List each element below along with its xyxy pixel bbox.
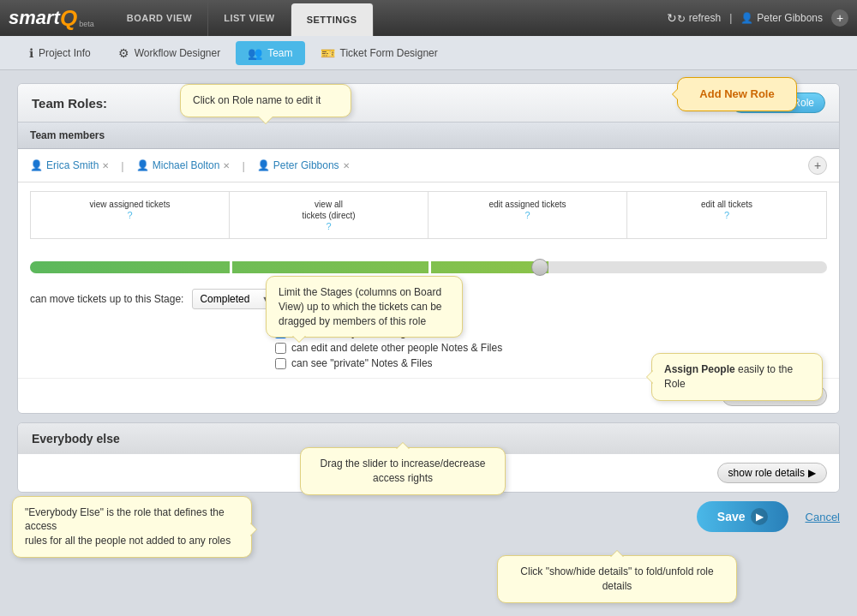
tooltip-assign-people: Assign People easily to the Role (651, 353, 823, 401)
tooltip-everybody-else-text: "Everybody Else" is the role that define… (25, 506, 231, 547)
tooltip-role-name-edit: Click on Role name to edit it (180, 84, 351, 117)
perm-label-view-all: view alltickets (direct) (237, 199, 421, 221)
show-details-label: show role details (728, 467, 805, 479)
tab-settings[interactable]: SETTINGS (291, 3, 374, 36)
member-chip-michael[interactable]: 👤 Michael Bolton ✕ (136, 159, 231, 171)
tooltip-everybody-else: "Everybody Else" is the role that define… (12, 496, 252, 558)
top-right-actions: ↻ refresh | 👤 Peter Gibbons + (667, 9, 848, 27)
refresh-label: refresh (689, 12, 721, 24)
sub-nav-label-ticket: Ticket Form Designer (340, 47, 438, 59)
slider-fill (30, 261, 548, 273)
member-icon-michael: 👤 (136, 159, 149, 171)
tooltip-limit-stages: Limit the Stages (columns on BoardView) … (266, 276, 463, 338)
sub-nav-label-team: Team (267, 47, 292, 59)
tooltip-drag-slider-text: Drag the slider to increase/decrease acc… (321, 458, 486, 484)
permission-slider-track[interactable] (30, 261, 827, 273)
top-nav-tabs: BOARD VIEW LIST VIEW SETTINGS (111, 0, 667, 36)
perm-help-view-assigned[interactable]: ? (127, 210, 132, 220)
sub-nav-label-workflow: Workflow Designer (135, 47, 220, 59)
perm-label-edit-assigned: edit assigned tickets (435, 199, 620, 210)
member-chip-erica[interactable]: 👤 Erica Smith ✕ (30, 159, 109, 171)
show-role-details-button[interactable]: show role details ▶ (717, 463, 827, 483)
sub-nav-label-project-info: Project Info (39, 47, 91, 59)
logo-q: Q (60, 5, 77, 32)
tooltip-role-name-text: Click on Role name to edit it (193, 94, 321, 106)
refresh-icon: ↻ (667, 11, 686, 25)
info-icon: ℹ (29, 46, 33, 60)
perm-col-view-assigned: view assigned tickets ? (31, 192, 230, 238)
tooltip-add-new-role: Add New Role (677, 77, 797, 111)
logo-beta: beta (79, 20, 94, 28)
panel-title: Team Roles: (32, 96, 107, 111)
chevron-right-icon-2: ▶ (808, 467, 816, 479)
sidebar-item-project-info[interactable]: ℹ Project Info (17, 41, 103, 65)
member-name-peter: Peter Gibbons (273, 159, 339, 171)
add-member-button[interactable]: + (808, 156, 827, 175)
everybody-else-title: Everybody else (32, 432, 120, 446)
tab-board-view[interactable]: BOARD VIEW (111, 0, 209, 36)
tooltip-add-new-role-text: Add New Role (699, 87, 774, 100)
permissions-grid: view assigned tickets ? view alltickets … (30, 191, 827, 239)
permissions-area: view assigned tickets ? view alltickets … (18, 182, 839, 256)
ticket-icon: 🎫 (321, 46, 335, 60)
stage-select[interactable]: None In Progress Review Completed All (192, 289, 274, 309)
team-icon: 👥 (248, 46, 262, 60)
tooltip-assign-people-text: Assign People easily to the Role (664, 363, 793, 390)
remove-michael[interactable]: ✕ (223, 161, 230, 170)
checkbox-edit-notes[interactable] (275, 343, 286, 354)
save-label: Save (717, 510, 746, 523)
perm-help-edit-assigned[interactable]: ? (524, 210, 530, 220)
slider-thumb[interactable] (531, 259, 548, 276)
tooltip-limit-stages-text: Limit the Stages (columns on BoardView) … (279, 286, 442, 327)
cancel-link[interactable]: Cancel (806, 511, 840, 523)
logo-area: smart Q beta (9, 5, 94, 32)
sidebar-item-workflow-designer[interactable]: ⚙ Workflow Designer (106, 41, 232, 65)
checkbox-label-private-notes[interactable]: can see "private" Notes & Files (291, 357, 433, 369)
slider-divider-1 (230, 261, 232, 273)
member-name-erica: Erica Smith (46, 159, 99, 171)
member-chip-peter[interactable]: 👤 Peter Gibbons ✕ (257, 159, 350, 171)
add-button[interactable]: + (831, 9, 848, 27)
workflow-icon: ⚙ (118, 46, 129, 60)
top-bar: smart Q beta BOARD VIEW LIST VIEW SETTIN… (0, 0, 857, 36)
perm-col-edit-assigned: edit assigned tickets ? (428, 192, 627, 238)
main-content: Team Roles: + Add new Role Team members … (0, 70, 857, 616)
perm-help-view-all[interactable]: ? (326, 221, 331, 231)
members-row: 👤 Erica Smith ✕ | 👤 Michael Bolton ✕ | 👤… (18, 149, 839, 182)
perm-col-view-all: view alltickets (direct) ? (230, 192, 428, 238)
tooltip-drag-slider: Drag the slider to increase/decrease acc… (300, 447, 506, 495)
checkbox-row-edit-notes: can edit and delete other people Notes &… (275, 342, 827, 354)
slider-divider-2 (428, 261, 431, 273)
sub-nav: ℹ Project Info ⚙ Workflow Designer 👥 Tea… (0, 36, 857, 70)
perm-label-view-assigned: view assigned tickets (38, 199, 222, 210)
member-icon-erica: 👤 (30, 159, 43, 171)
tooltip-show-hide: Click "show/hide details" to fold/unfold… (497, 555, 737, 603)
remove-peter[interactable]: ✕ (343, 161, 350, 170)
tooltip-show-hide-text: Click "show/hide details" to fold/unfold… (520, 565, 713, 592)
member-icon-peter: 👤 (257, 159, 270, 171)
refresh-button[interactable]: ↻ refresh (667, 11, 721, 25)
logo-smart: smart (9, 7, 60, 29)
team-members-bar: Team members (18, 123, 839, 149)
save-arrow-icon: ▶ (751, 508, 768, 525)
remove-erica[interactable]: ✕ (102, 161, 109, 170)
perm-help-edit-all[interactable]: ? (724, 210, 729, 220)
sidebar-item-team[interactable]: 👥 Team (236, 41, 304, 65)
member-name-michael: Michael Bolton (153, 159, 220, 171)
stage-label: can move tickets up to this Stage: (30, 293, 183, 305)
user-name: Peter Gibbons (757, 12, 823, 24)
user-icon: 👤 (740, 12, 753, 24)
checkbox-private-notes[interactable] (275, 358, 286, 369)
tab-list-view[interactable]: LIST VIEW (208, 0, 291, 36)
perm-label-edit-all: edit all tickets (634, 199, 819, 210)
checkbox-label-edit-notes[interactable]: can edit and delete other people Notes &… (291, 342, 502, 354)
sidebar-item-ticket-form-designer[interactable]: 🎫 Ticket Form Designer (309, 41, 450, 65)
user-info: 👤 Peter Gibbons (740, 12, 823, 24)
stage-select-wrapper: None In Progress Review Completed All (192, 289, 274, 309)
save-button[interactable]: Save ▶ (697, 501, 788, 532)
perm-col-edit-all: edit all tickets ? (627, 192, 826, 238)
